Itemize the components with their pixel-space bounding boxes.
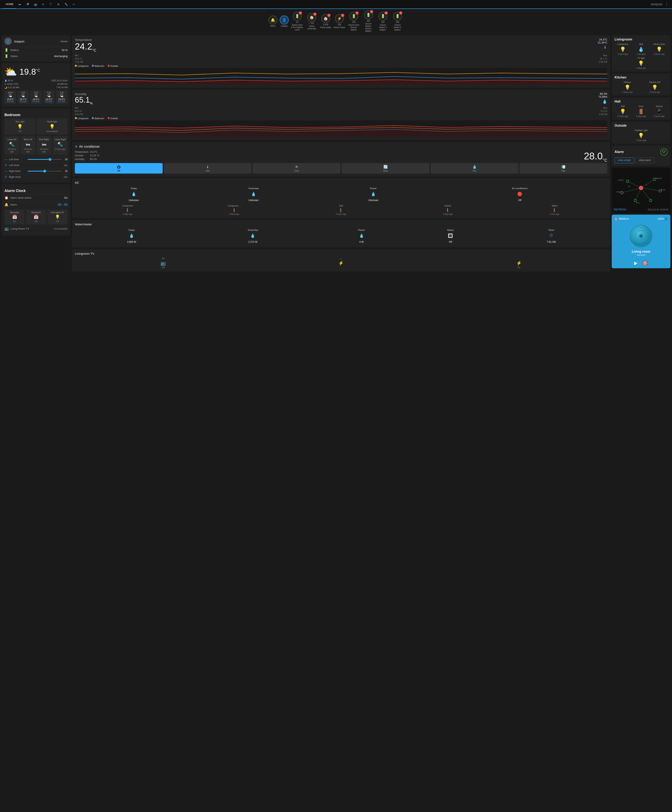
svg-rect-28	[640, 235, 642, 237]
bedroom-bed-left[interactable]: Bed Left 🛏 16 hours ago	[20, 136, 36, 155]
bedroom-device-0[interactable]: Top Light 💡 Off	[5, 118, 36, 135]
icon-battery[interactable]: 🔋 0 33 Redmi Note 8 Pro Battery Level	[291, 12, 303, 31]
tv-ctrl-tv[interactable]: TV 📺 Off	[75, 257, 251, 269]
nav-bed[interactable]: 🛏	[16, 0, 24, 9]
hall-device-2[interactable]: Sensor 📱 5 hours ago	[651, 105, 667, 117]
forecast-day-2: TUE	[32, 92, 40, 94]
ac-mode-off[interactable]: ⏻ Off	[75, 163, 163, 174]
temp-max-time: 2:50 PM	[599, 61, 607, 63]
left-timer-track[interactable]	[28, 159, 62, 160]
hall-room-title: Hall	[614, 100, 667, 103]
forecast-day-4: TUE	[58, 92, 66, 94]
nav-phone[interactable]: 📱	[47, 0, 55, 9]
icon-home-power[interactable]: ⚡ 0 209 Home Power	[334, 14, 345, 29]
outside-device-0[interactable]: Outside Light 💡 7 hours ago	[614, 129, 667, 142]
livingroom-device-3[interactable]: TV light 💡 4 days ago	[614, 57, 667, 69]
ac-mode-dry[interactable]: 💧 Dry	[431, 163, 518, 174]
lamp-left-icon: 🔦	[6, 142, 18, 147]
ac-mode-cool[interactable]: ❄ Cool	[252, 163, 341, 174]
robot-title: 🤖 Medium	[614, 217, 629, 220]
icon-alarm[interactable]: 🔔 Alarm	[268, 15, 277, 27]
hall-device-name-0: Hall	[614, 105, 631, 107]
icon-home-today[interactable]: 🏠 0 9.429 Home today	[320, 14, 331, 29]
ac-table-card: AC Today Yesterday Power Air conditioner…	[72, 178, 610, 218]
robot-battery: 100% 👤	[657, 217, 668, 220]
bedroom-lamp-right[interactable]: Lamp Right 🔦 1 hour ago	[53, 136, 68, 155]
ac-mode-fan-icon: 💨	[520, 165, 606, 169]
icon-switch1-battery[interactable]: 🔋 0 100 Xiaomi Switch 1 battery	[377, 12, 389, 31]
bedroom-bed-right[interactable]: Bed Right 🛏 16 hours ago	[37, 136, 51, 155]
arm-away-button[interactable]: ARM AWAY	[636, 158, 654, 163]
forecast-temp-2: 19.5°C	[32, 98, 40, 101]
more-menu-icon[interactable]: ⋮	[665, 2, 669, 7]
livingroom-device-icon-1: 💧	[633, 46, 649, 52]
bed-right-status: 16 hours ago	[38, 148, 50, 153]
livingroom-device-1[interactable]: Mist 💧 1 day ago	[633, 43, 649, 55]
icon-joaquin[interactable]: 👤 Joaquin	[280, 15, 289, 27]
humidity-header: Humidity 65.1% 68.3% 73.58% 💧	[75, 92, 607, 105]
tv-ctrl-minus[interactable]: - ⚡ On	[431, 257, 607, 269]
nav-travel[interactable]: ✈	[40, 0, 47, 9]
nav-settings[interactable]: ⚙	[55, 0, 62, 9]
alarm-weekend[interactable]: Weekend 📅 Off	[26, 210, 46, 224]
forecast-3: TUE 🌤 19.3°C 0.2 mm	[43, 90, 55, 104]
forecast-rain-3: 0.2 mm	[45, 101, 53, 103]
right-timer-track[interactable]	[28, 171, 62, 172]
battery-row: 🔋 Battery 33 %	[5, 47, 68, 53]
icon-door-battery[interactable]: 🔋 0 100 Xiaomi Door Sensor battery	[348, 12, 360, 31]
nav-tv[interactable]: 📺	[32, 0, 40, 9]
arm-home-button[interactable]: ARM HOME	[614, 158, 634, 163]
ac-mode-auto[interactable]: 🔄 Auto	[342, 163, 430, 174]
kitchen-device-1[interactable]: Kitchen led 💡 3 hours ago	[642, 81, 667, 93]
bedroom-lamp-left[interactable]: Lamp left 🔦 16 hours ago	[5, 136, 19, 155]
alarm-clock-title: Alarm Clock	[5, 189, 68, 193]
livingroom-device-0[interactable]: Livingroom 💡 3 days ago	[614, 43, 631, 55]
temperature-card: Temperature 24.2°C 24.3°C 21.34°C 🌡 Min …	[72, 35, 610, 88]
tv-ctrl-plus-label: +	[252, 257, 429, 260]
door-battery-val: 100	[352, 21, 356, 24]
refresh-button[interactable]: REFRESH	[614, 208, 626, 211]
switch2-battery-label: Xiaomi Switch 2 battery	[391, 24, 404, 31]
ac-mode-hot[interactable]: 🌡 Hot	[164, 163, 252, 174]
bedroom-top-devices: Top Light 💡 Off Head light 💡 Unavailable	[5, 118, 68, 135]
tv-row-label: Living Room TV	[10, 227, 52, 230]
hall-device-1[interactable]: Door 🚪 3 days ago	[633, 105, 649, 117]
temp-legend-1: Bathroom	[92, 65, 104, 67]
bed-right-icon: 🛏	[38, 142, 50, 147]
alarm-panel-title: Alarm	[614, 150, 624, 154]
forecast-2: TUE 🌤 19.5°C 0.2 mm	[30, 90, 42, 104]
battery-row-value: 33 %	[61, 49, 68, 51]
wind-detail: ESE 28.31 km/h	[36, 79, 68, 82]
humidity-bathroom-val: 73.58%	[599, 95, 607, 98]
alarm-time-value: 08 : 00	[58, 203, 68, 206]
nav-tools[interactable]: 🔧	[62, 0, 70, 9]
livingroom-device-2[interactable]: Desk Lamp 💡 3 hours ago	[651, 43, 667, 55]
home-today-badge: 0	[327, 14, 331, 17]
nav-bath[interactable]: 🚿	[24, 0, 32, 9]
nav-back[interactable]: ↩	[70, 0, 77, 9]
icon-motion-battery[interactable]: 🔋 0 100 Xiaomi Motion Sensor battery	[362, 10, 374, 32]
humidity-minmax: Min Max	[75, 107, 607, 109]
kitchen-device-0[interactable]: Kitchen 💡 3 hours ago	[614, 81, 640, 93]
lamp-right-name: Lamp Right	[55, 138, 66, 141]
nav-home[interactable]: HOME	[3, 0, 16, 9]
robot-target-button[interactable]: 🎯	[643, 261, 648, 266]
icon-switch2-battery[interactable]: 🔋 0 100 Xiaomi Switch 2 battery	[391, 12, 404, 31]
alarm-soft-lights[interactable]: Soft lights 20' 💡 Off	[47, 210, 68, 224]
svg-text:b:0e:55...: b:0e:55...	[618, 179, 624, 181]
tv-ctrl-plus[interactable]: + ⚡	[252, 257, 429, 269]
humidity-min-val: 63.5 %	[75, 110, 82, 112]
ac-today-val: Unknown	[76, 199, 192, 202]
icon-home-yesterday[interactable]: 🏠 0 7.747 Home yesterday	[306, 13, 318, 30]
bedroom-device-1[interactable]: Head light 💡 Unavailable	[37, 118, 68, 135]
wh-col-power: Power	[317, 228, 406, 232]
hall-device-0[interactable]: Hall 💡 5 hours ago	[614, 105, 631, 117]
alarm-weekday[interactable]: Weekday 📅 On	[5, 210, 25, 224]
motion-icon-4: 🚶	[501, 208, 607, 213]
robot-room: Living room	[632, 250, 650, 254]
ac-mode-fan[interactable]: 💨 Fan	[520, 163, 607, 174]
bedroom-device-name-0: Top Light	[6, 120, 34, 123]
battery-circle: 🔋 0	[293, 12, 302, 20]
ac-outside-val: 21.34 °C	[90, 154, 104, 157]
robot-play-button[interactable]: ▶	[634, 261, 638, 266]
